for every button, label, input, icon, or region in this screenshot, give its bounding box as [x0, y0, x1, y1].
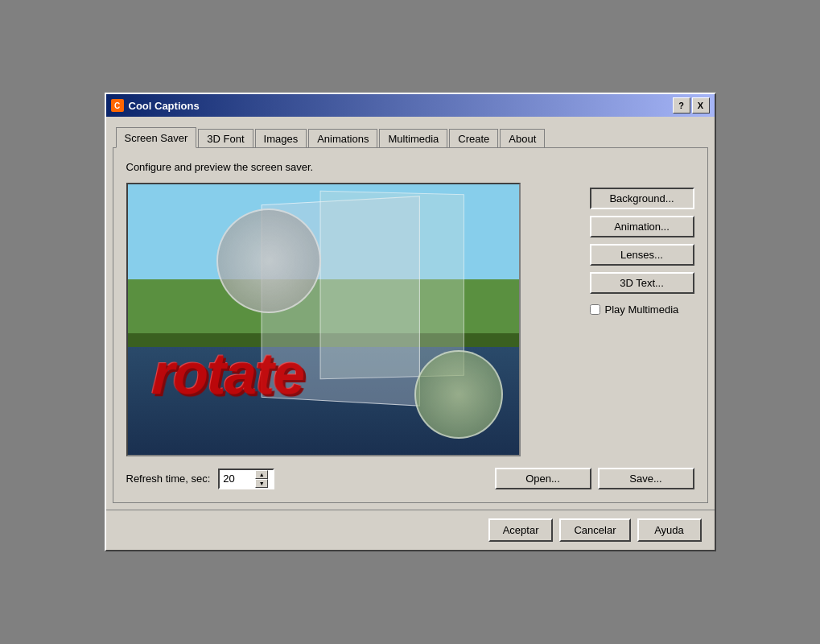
cancel-button[interactable]: Cancelar — [559, 518, 630, 542]
tab-bar: Screen Saver 3D Font Images Animations M… — [113, 123, 708, 147]
accept-button[interactable]: Aceptar — [488, 518, 554, 542]
background-button[interactable]: Background... — [590, 188, 694, 209]
tab-screen-saver[interactable]: Screen Saver — [116, 127, 197, 148]
help-button[interactable]: Ayuda — [637, 518, 702, 542]
open-button[interactable]: Open... — [495, 468, 591, 489]
close-window-button[interactable]: X — [692, 97, 710, 114]
preview-area: rotate — [126, 183, 579, 456]
preview-3d-text: rotate — [150, 341, 304, 407]
refresh-label: Refresh time, sec: — [126, 473, 211, 485]
main-window: C Cool Captions ? X Screen Saver 3D Font… — [105, 93, 716, 551]
bg-scene: rotate — [128, 184, 519, 455]
spinner-up-button[interactable]: ▲ — [255, 470, 268, 479]
window-body: Screen Saver 3D Font Images Animations M… — [106, 117, 715, 510]
spinner-arrows: ▲ ▼ — [255, 470, 268, 488]
side-buttons: Background... Animation... Lenses... 3D … — [590, 183, 694, 316]
play-multimedia-row: Play Multimedia — [590, 303, 694, 316]
glass-panel-2 — [319, 191, 464, 380]
refresh-input[interactable]: 20 — [220, 471, 255, 486]
tab-content: Configure and preview the screen saver. — [113, 147, 708, 503]
app-icon: C — [111, 99, 124, 112]
description-text: Configure and preview the screen saver. — [126, 161, 694, 173]
play-multimedia-label: Play Multimedia — [605, 303, 679, 316]
tab-3d-font[interactable]: 3D Font — [198, 129, 253, 148]
title-bar-left: C Cool Captions — [111, 99, 200, 112]
tab-multimedia[interactable]: Multimedia — [379, 129, 447, 148]
title-bar: C Cool Captions ? X — [106, 94, 715, 117]
lens-circle-2 — [414, 350, 503, 439]
spinner-down-button[interactable]: ▼ — [255, 479, 268, 488]
title-buttons: ? X — [673, 97, 710, 114]
lenses-button[interactable]: Lenses... — [590, 244, 694, 266]
help-window-button[interactable]: ? — [673, 97, 690, 114]
tab-create[interactable]: Create — [449, 129, 498, 148]
tab-animations[interactable]: Animations — [308, 129, 377, 148]
play-multimedia-checkbox[interactable] — [590, 304, 600, 315]
tab-about[interactable]: About — [500, 129, 545, 148]
bottom-action-buttons: Open... Save... — [495, 468, 694, 489]
animation-button[interactable]: Animation... — [590, 216, 694, 237]
dialog-footer: Aceptar Cancelar Ayuda — [106, 510, 715, 550]
3d-text-button[interactable]: 3D Text... — [590, 272, 694, 294]
bottom-row: Refresh time, sec: 20 ▲ ▼ Open... Save..… — [126, 468, 694, 489]
lens-circle-1 — [216, 208, 321, 313]
save-button[interactable]: Save... — [598, 468, 694, 489]
refresh-spinner: 20 ▲ ▼ — [218, 469, 274, 489]
tab-images[interactable]: Images — [255, 129, 307, 148]
preview-image: rotate — [126, 183, 521, 456]
main-area: rotate Background... Animation... Lenses… — [126, 183, 694, 456]
window-title: Cool Captions — [129, 100, 200, 112]
